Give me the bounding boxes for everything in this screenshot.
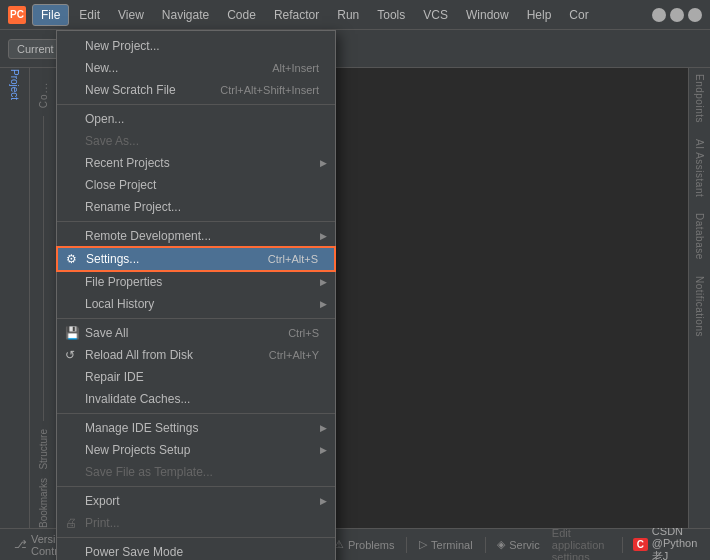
menu-item-file-properties[interactable]: File Properties: [57, 271, 335, 293]
menu-refactor[interactable]: Refactor: [266, 5, 327, 25]
vc-icon: ⎇: [14, 538, 27, 551]
menu-item-save-as-template: Save File as Template...: [57, 461, 335, 483]
menu-tools[interactable]: Tools: [369, 5, 413, 25]
file-menu-dropdown: New Project... New... Alt+Insert New Scr…: [56, 30, 336, 560]
structure-label: Structure: [38, 429, 49, 470]
menu-item-new-scratch[interactable]: New Scratch File Ctrl+Alt+Shift+Insert: [57, 79, 335, 101]
menu-item-new-project[interactable]: New Project...: [57, 35, 335, 57]
separator-6: [57, 537, 335, 538]
menu-edit[interactable]: Edit: [71, 5, 108, 25]
problems-label: Problems: [348, 539, 394, 551]
edit-app-settings: Edit application settings: [552, 527, 612, 561]
menu-item-repair-ide[interactable]: Repair IDE: [57, 366, 335, 388]
minimize-button[interactable]: [652, 8, 666, 22]
project-panel-label: Co...: [38, 82, 49, 108]
menu-cor[interactable]: Cor: [561, 5, 596, 25]
separator-1: [57, 104, 335, 105]
panel-divider: [43, 116, 44, 421]
terminal-label: Terminal: [431, 539, 473, 551]
menu-item-settings[interactable]: ⚙ Settings... Ctrl+Alt+S: [57, 247, 335, 271]
menu-item-manage-ide[interactable]: Manage IDE Settings: [57, 417, 335, 439]
save-all-shortcut: Ctrl+S: [288, 327, 319, 339]
right-sidebar: Endpoints AI Assistant Database Notifica…: [688, 68, 710, 528]
csdn-icon: C: [633, 538, 648, 551]
menu-help[interactable]: Help: [519, 5, 560, 25]
menu-item-power-save[interactable]: Power Save Mode: [57, 541, 335, 560]
separator-2: [57, 221, 335, 222]
reload-shortcut: Ctrl+Alt+Y: [269, 349, 319, 361]
status-sep-6: [485, 537, 486, 553]
menu-item-reload-all[interactable]: ↺ Reload All from Disk Ctrl+Alt+Y: [57, 344, 335, 366]
menu-item-open[interactable]: Open...: [57, 108, 335, 130]
services-label: Servic: [509, 539, 540, 551]
settings-menu-icon: ⚙: [66, 252, 77, 266]
menu-bar: File Edit View Navigate Code Refactor Ru…: [32, 4, 652, 26]
menu-item-print: 🖨 Print...: [57, 512, 335, 534]
scratch-shortcut: Ctrl+Alt+Shift+Insert: [220, 84, 319, 96]
menu-item-close-project[interactable]: Close Project: [57, 174, 335, 196]
menu-item-new-projects-setup[interactable]: New Projects Setup: [57, 439, 335, 461]
menu-window[interactable]: Window: [458, 5, 517, 25]
terminal-icon: ▷: [419, 538, 427, 551]
menu-navigate[interactable]: Navigate: [154, 5, 217, 25]
menu-item-save-as: Save As...: [57, 130, 335, 152]
menu-file[interactable]: File: [32, 4, 69, 26]
menu-item-export[interactable]: Export: [57, 490, 335, 512]
print-icon: 🖨: [65, 516, 77, 530]
terminal-status[interactable]: ▷ Terminal: [413, 536, 479, 553]
services-icon: ◈: [497, 538, 505, 551]
status-sep-5: [406, 537, 407, 553]
status-right-sep: [622, 537, 623, 553]
settings-shortcut: Ctrl+Alt+S: [268, 253, 318, 265]
problems-status[interactable]: ⚠ Problems: [328, 536, 400, 553]
window-controls: [652, 8, 702, 22]
menu-vcs[interactable]: VCS: [415, 5, 456, 25]
status-right: Edit application settings C CSDN @Python…: [552, 525, 702, 560]
new-shortcut: Alt+Insert: [272, 62, 319, 74]
csdn-label: CSDN @Python老J: [652, 525, 702, 560]
services-status[interactable]: ◈ Servic: [491, 536, 546, 553]
menu-item-remote-dev[interactable]: Remote Development...: [57, 225, 335, 247]
reload-icon: ↺: [65, 348, 75, 362]
notifications-label[interactable]: Notifications: [694, 276, 705, 337]
app-icon: PC: [8, 6, 26, 24]
left-sidebar: Project: [0, 68, 30, 528]
menu-item-invalidate-caches[interactable]: Invalidate Caches...: [57, 388, 335, 410]
menu-item-recent-projects[interactable]: Recent Projects: [57, 152, 335, 174]
separator-5: [57, 486, 335, 487]
endpoints-label[interactable]: Endpoints: [694, 74, 705, 123]
menu-item-save-all[interactable]: 💾 Save All Ctrl+S: [57, 322, 335, 344]
database-label[interactable]: Database: [694, 213, 705, 260]
menu-run[interactable]: Run: [329, 5, 367, 25]
title-bar: PC File Edit View Navigate Code Refactor…: [0, 0, 710, 30]
bookmarks-label: Bookmarks: [38, 478, 49, 528]
separator-3: [57, 318, 335, 319]
menu-item-rename-project[interactable]: Rename Project...: [57, 196, 335, 218]
menu-item-local-history[interactable]: Local History: [57, 293, 335, 315]
ai-assistant-label[interactable]: AI Assistant: [694, 139, 705, 197]
save-all-icon: 💾: [65, 326, 80, 340]
project-panel: Co... Structure Bookmarks: [30, 68, 58, 528]
project-icon[interactable]: Project: [2, 72, 28, 98]
separator-4: [57, 413, 335, 414]
close-button[interactable]: [688, 8, 702, 22]
maximize-button[interactable]: [670, 8, 684, 22]
menu-item-new[interactable]: New... Alt+Insert: [57, 57, 335, 79]
menu-view[interactable]: View: [110, 5, 152, 25]
menu-code[interactable]: Code: [219, 5, 264, 25]
